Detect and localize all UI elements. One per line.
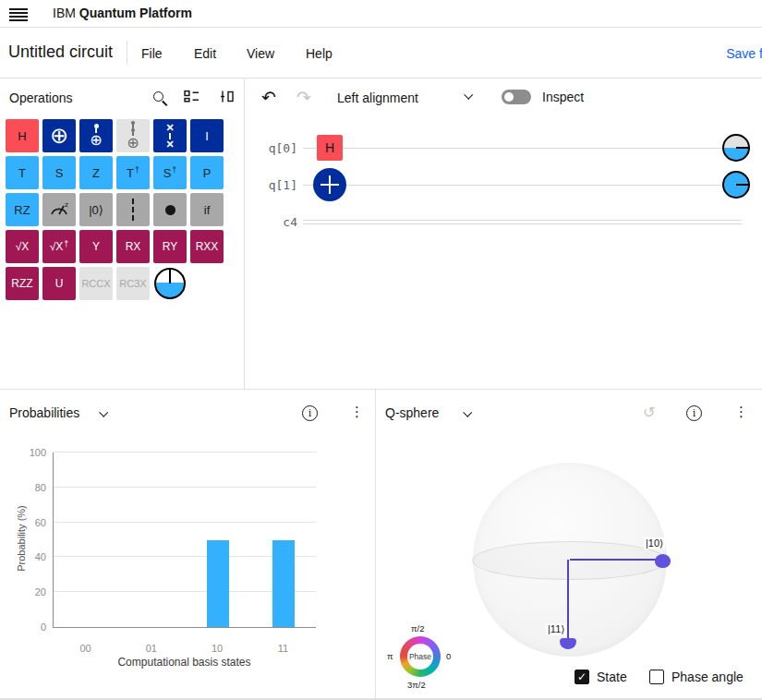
chevron-down-icon[interactable] [463, 408, 472, 417]
save-file-link[interactable]: Save fi [726, 46, 762, 61]
ibm-quantum-composer: IBM Quantum Platform Untitled circuit Fi… [0, 0, 762, 700]
gate-u[interactable]: U [42, 267, 76, 300]
layout-icon[interactable] [184, 89, 200, 104]
x-tick-label-00: 00 [67, 643, 104, 654]
probability-bar-11 [272, 540, 295, 628]
gate-sxdg[interactable]: √X† [42, 230, 76, 263]
probabilities-panel: Probabilities i ⋮ Probability (%) 020406… [0, 389, 376, 700]
cnot-gate-icon: ⊕ [90, 124, 102, 148]
menu-help[interactable]: Help [306, 46, 333, 61]
info-icon[interactable]: i [302, 405, 318, 421]
gate-rccx: RCCX [79, 267, 113, 300]
undo-icon[interactable]: ↶ [261, 89, 276, 106]
x-tick-label-11: 11 [264, 643, 301, 654]
phase-disk-q1 [722, 171, 750, 199]
gate-h[interactable]: H [6, 119, 39, 152]
probability-bar-10 [207, 540, 229, 628]
operations-panel: Operations H⊕⊕⊕✕✕ITSZT†S†PRZz|0⟩if√X√X†Y… [0, 78, 245, 389]
gate-if[interactable]: if [190, 193, 224, 226]
state-node-10[interactable] [655, 554, 671, 568]
overflow-menu-icon[interactable]: ⋮ [350, 404, 364, 420]
phase-angle-checkbox[interactable] [649, 670, 664, 684]
document-title[interactable]: Untitled circuit [8, 42, 113, 62]
menu-view[interactable]: View [247, 46, 274, 61]
phase-wheel-center-label: Phase [400, 652, 441, 661]
placed-x-gate[interactable] [313, 168, 346, 201]
gate-cnot[interactable]: ⊕ [79, 119, 113, 152]
state-checkbox[interactable] [575, 670, 589, 684]
gate-not[interactable]: ⊕ [42, 119, 76, 152]
gate-rx[interactable]: RX [116, 230, 150, 263]
control-modifier-icon [165, 205, 175, 215]
measure-z-icon: z [48, 200, 70, 219]
phase-label-top: π/2 [411, 623, 424, 634]
wire-label-q1: q[1] [260, 178, 297, 192]
gate-palette: H⊕⊕⊕✕✕ITSZT†S†PRZz|0⟩if√X√X†YRXRYRXXRZZU… [6, 119, 224, 300]
alignment-dropdown[interactable]: Left alignment [337, 91, 418, 105]
svg-text:z: z [65, 200, 68, 209]
state-label-11: |11⟩ [546, 623, 567, 635]
search-icon[interactable] [153, 91, 163, 102]
gridline [54, 522, 316, 523]
gate-ccnot: ⊕ [116, 119, 150, 152]
y-tick-label: 80 [9, 482, 46, 493]
y-tick-label: 40 [9, 551, 46, 562]
qubit-wire-q0[interactable] [303, 148, 742, 149]
gate-swap[interactable]: ✕✕ [153, 119, 187, 152]
chevron-down-icon[interactable] [99, 408, 108, 417]
phase-angle-checkbox-label: Phase angle [671, 670, 744, 684]
gate-t[interactable]: T [6, 156, 39, 189]
placed-h-gate[interactable]: H [317, 135, 343, 161]
state-label-10: |10⟩ [644, 537, 665, 549]
info-icon[interactable]: i [686, 405, 702, 421]
gate-measure[interactable]: z [42, 193, 76, 226]
menu-file[interactable]: File [141, 46, 163, 61]
chevron-down-icon[interactable] [464, 91, 473, 100]
overflow-menu-icon[interactable]: ⋮ [734, 404, 748, 420]
barrier-icon [132, 199, 134, 221]
gate-reset[interactable]: |0⟩ [79, 193, 113, 226]
gate-y[interactable]: Y [79, 230, 113, 263]
operations-title: Operations [9, 91, 72, 105]
menu-edit[interactable]: Edit [194, 46, 216, 61]
divider [127, 41, 127, 65]
state-vector-line-10 [570, 559, 663, 561]
phase-label-right: 0 [446, 651, 451, 661]
app-title: IBM Quantum Platform [53, 6, 192, 20]
gate-i[interactable]: I [190, 119, 224, 152]
gate-s[interactable]: S [42, 156, 76, 189]
gate-sx[interactable]: √X [6, 230, 39, 263]
phase-disk-icon [154, 268, 186, 299]
circuit-canvas[interactable]: ↶ ↷ Left alignment Inspect q[0] q[1] c4 … [245, 78, 762, 389]
gridline [54, 487, 316, 488]
gate-rxx[interactable]: RXX [190, 230, 224, 263]
phase-disk[interactable] [153, 267, 187, 300]
settings-adjust-icon[interactable] [220, 89, 235, 104]
hamburger-menu-icon[interactable] [9, 6, 28, 21]
gate-control[interactable] [153, 193, 187, 226]
phase-disk-q0 [722, 134, 750, 162]
qsphere-title: Q-sphere [385, 405, 439, 420]
gate-rz[interactable]: RZ [6, 193, 39, 226]
y-axis-label: Probability (%) [16, 492, 27, 585]
app-header: IBM Quantum Platform [0, 0, 762, 28]
redo-icon: ↷ [296, 89, 311, 106]
gate-tdg[interactable]: T† [116, 156, 150, 189]
not-gate-icon: ⊕ [50, 125, 68, 147]
gate-barrier[interactable] [116, 193, 150, 226]
gate-rzz[interactable]: RZZ [6, 267, 39, 300]
gate-z[interactable]: Z [79, 156, 113, 189]
x-axis-label: Computational basis states [53, 656, 316, 669]
gate-p[interactable]: P [190, 156, 224, 189]
gridline [54, 452, 316, 453]
probability-chart: 020406080100 [53, 453, 316, 628]
gate-ry[interactable]: RY [153, 230, 187, 263]
phase-color-wheel: Phase [400, 636, 441, 677]
qsphere-panel: Q-sphere ↺ i ⋮ |10⟩ |11⟩ Phase π/2 0 3π/… [376, 389, 762, 700]
gate-sdg[interactable]: S† [153, 156, 187, 189]
reset-view-icon: ↺ [643, 404, 655, 421]
classical-wire-c4[interactable] [303, 220, 742, 224]
inspect-toggle[interactable] [502, 90, 531, 104]
qubit-wire-q1[interactable] [303, 185, 742, 186]
state-checkbox-label: State [597, 670, 627, 684]
